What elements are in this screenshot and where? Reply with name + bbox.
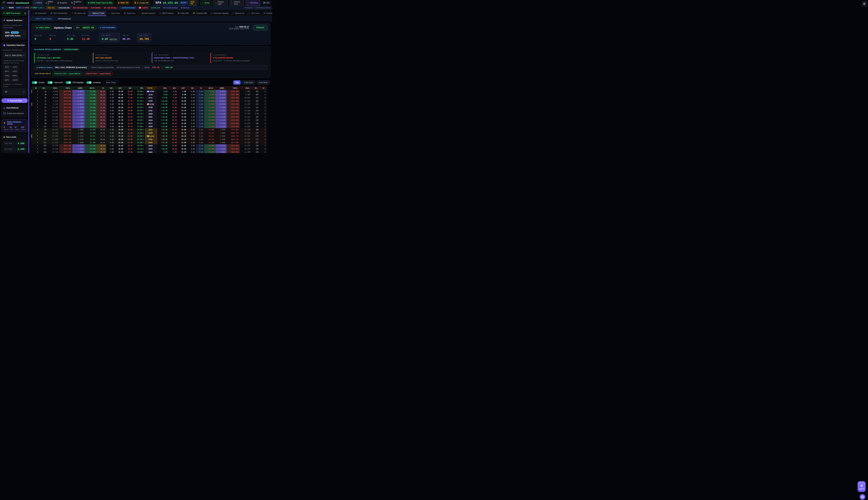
- toggle-switch[interactable]: [47, 81, 53, 84]
- tab-vol-skew-lab[interactable]: ↗Vol Skew Lab: [69, 10, 88, 16]
- table-row[interactable]: 0125-14.3426835.0801.286538.20059.5%0.00…: [32, 125, 267, 128]
- table-row[interactable]: 058-8.8206835.0800.801678.30084.2%0.0078…: [32, 90, 267, 93]
- dte-chip-8dte[interactable]: 8DTE: [11, 74, 19, 77]
- strikes-select[interactable]: 20 ▾: [3, 89, 26, 95]
- table-row[interactable]: 0153-13.4356835.0801.303023.40042.9%0.00…: [32, 141, 267, 144]
- col-header-call-theta[interactable]: THETA▴: [59, 87, 72, 90]
- col-header-put-oi[interactable]: OI▴: [260, 87, 267, 90]
- table-row[interactable]: 0436-11.7186835.0801.191615.50032.3%0.00…: [32, 150, 267, 153]
- col-header-call-delta[interactable]: DELTA▴: [85, 87, 97, 90]
- dte-chip-7dte[interactable]: 7DTE: [3, 74, 10, 77]
- toggle-greeks[interactable]: Greeks: [32, 81, 45, 84]
- dte-chip-2dte[interactable]: 2DTE: [11, 65, 19, 69]
- col-header-put-last[interactable]: LAST▴: [178, 87, 187, 90]
- theme-button-classic-light[interactable]: ☼Classic Light: [213, 0, 228, 6]
- card-title: Expiration Selection: [7, 44, 25, 46]
- tab-gex-dashboard[interactable]: ▥GEX Dashboard: [49, 10, 69, 16]
- tab-options-chain[interactable]: ∞Options Chain: [88, 11, 106, 16]
- toggle-volume-oi[interactable]: Volume/OI: [47, 81, 63, 84]
- tab-ai-command[interactable]: ◊AI Command: [31, 11, 48, 16]
- col-header-call-bid[interactable]: BID▴: [134, 87, 145, 90]
- dte-chip-1dte[interactable]: 1DTE: [3, 65, 10, 69]
- table-row[interactable]: 0271-12.5496835.0801.241518.00036.0%0.00…: [32, 147, 267, 150]
- col-header-call-vega[interactable]: VEGA▴: [48, 87, 59, 90]
- col-header-put-ask[interactable]: ASK▴: [169, 87, 178, 90]
- table-row[interactable]: 050-10.4196835.0800.887069.90081.5%0.006…: [32, 96, 267, 100]
- tab-vol-curve[interactable]: ∿Vol Curve: [247, 10, 261, 16]
- table-row[interactable]: 030-8.8206835.0800.833173.30083.2%0.0073…: [32, 93, 267, 96]
- col-header-put-delta[interactable]: DELTA▴: [204, 87, 215, 90]
- table-row[interactable]: 027-12.3816835.0801.040959.80075.6%0.005…: [32, 106, 267, 109]
- table-row[interactable]: 066-14.4966835.0801.230741.70064.9%0.004…: [32, 119, 267, 122]
- table-row[interactable]: 015-9.5196835.0800.951764.00079.2%0.0064…: [32, 100, 267, 103]
- product-tab-opex-x[interactable]: ▯OPEX-X: [44, 0, 55, 5]
- otm-idea-otm-put-buy-[interactable]: OTM PUT BUY — target 6785.08: [84, 71, 113, 76]
- table-row[interactable]: 052-13.3666835.0801.180048.50068.4%0.004…: [32, 115, 267, 118]
- col-header-call-chg[interactable]: CHG▴: [106, 87, 115, 90]
- col-header-put-chg[interactable]: CHG▴: [187, 87, 196, 90]
- symbol-select[interactable]: SPX INDICES S&P 500 Index ▾: [3, 30, 26, 38]
- view-button-puts-only[interactable]: Puts Only: [256, 80, 270, 84]
- table-row[interactable]: 081-12.7536835.0801.129152.10071.4%0.005…: [32, 112, 267, 115]
- col-header-put-gamma[interactable]: GAMMA▴: [215, 87, 227, 90]
- toggle-switch[interactable]: [66, 81, 71, 84]
- tab-portfolio-greeks[interactable]: ⊞Portfolio Greeks: [262, 10, 272, 16]
- table-row[interactable]: 033-13.8176835.0801.118353.30071.9%0.005…: [32, 109, 267, 112]
- theme-button-classic-dark[interactable]: ☾Classic Dark: [229, 0, 244, 6]
- product-tab-cryptex[interactable]: ₿CrypTex: [56, 0, 69, 5]
- dte-chip-10dte[interactable]: 10DTE: [11, 78, 19, 82]
- table-row[interactable]: 0478-12.7396835.0801.275220.40039.2%0.00…: [32, 144, 267, 147]
- tab-spot-price[interactable]: ∿Spot Price: [106, 10, 122, 16]
- toggle-heatmap[interactable]: Heatmap: [87, 81, 101, 84]
- refresh-data-button[interactable]: ⟲ Refresh Data: [1, 98, 28, 103]
- table-row[interactable]: 088-14.2416835.0801.306834.90056.4%0.003…: [32, 128, 267, 132]
- home-button[interactable]: ⌂ Home: [200, 1, 212, 5]
- checkbox[interactable]: [3, 112, 5, 114]
- tab-spread-viz[interactable]: ⋎Spread Viz: [231, 10, 246, 16]
- theme-button-moonboy[interactable]: ☾Moonboy: [245, 0, 260, 6]
- show-filters-button[interactable]: Show Filters: [103, 80, 118, 84]
- col-header-call-oi[interactable]: OI▴: [32, 87, 39, 90]
- table-row[interactable]: 016-8.2186835.0800.985957.70077.9%0.0057…: [32, 103, 267, 106]
- toggle-switch[interactable]: [32, 81, 37, 84]
- product-tab-opex[interactable]: ≡OPEX: [33, 0, 44, 5]
- otm-idea-otm-call-buy[interactable]: OTM CALL BUY — target 6885.08: [53, 71, 82, 76]
- rest-toggle[interactable]: REST Off: [116, 1, 130, 5]
- enable-auto-refresh[interactable]: Enable Auto-Refresh: [3, 112, 26, 115]
- tab-mm-positions[interactable]: ◎MM Positions: [158, 10, 176, 16]
- primary-expiration-select[interactable]: Feb 17, 2026 (1DTE) ▾: [3, 52, 26, 58]
- refresh-button[interactable]: Refresh: [253, 25, 267, 30]
- col-header-call-iv[interactable]: IV▴: [97, 87, 106, 90]
- dte-chip-9dte[interactable]: 9DTE: [3, 78, 10, 82]
- product-tab-cryptex-x[interactable]: ⇅CrypTex-X: [69, 0, 84, 5]
- col-header-call-ask[interactable]: ASK▴: [124, 87, 134, 90]
- dte-chip-3dte[interactable]: 3DTE: [3, 70, 10, 73]
- col-header-strike[interactable]: STRIKE▴: [145, 87, 157, 90]
- tab-dominant-spread[interactable]: ⊚Dominant Spread: [209, 10, 230, 16]
- view-button-calls-only[interactable]: Calls Only: [242, 80, 255, 84]
- status-chip-alerts[interactable]: 48ALERTS: [138, 6, 149, 9]
- col-header-call-gamma[interactable]: GAMMA▴: [72, 87, 85, 90]
- col-header-put-vega[interactable]: VEGA▴: [240, 87, 251, 90]
- dte-chip-4dte[interactable]: 4DTE: [11, 70, 19, 73]
- table-row[interactable]: 0129-17.4826838.7501.546331.90054.5%0.00…: [32, 132, 267, 135]
- col-header-put-vol[interactable]: VOL▴: [251, 87, 260, 90]
- col-header-put-theta[interactable]: THETA▴: [227, 87, 240, 90]
- col-header-put-bid[interactable]: BID▴: [157, 87, 169, 90]
- toggle-switch[interactable]: [87, 81, 92, 84]
- tab-intraday-mm[interactable]: ⚡Intraday MM: [191, 10, 209, 16]
- tab-spread-scanner[interactable]: ◌Spread Scanner: [137, 11, 157, 16]
- col-header-put-iv[interactable]: IV▴: [196, 87, 204, 90]
- tab-dark-pool[interactable]: ◉Dark Pool: [122, 10, 137, 16]
- table-row[interactable]: 0320-17.0966838.7501.555026.10248.8%0.00…: [32, 138, 267, 141]
- view-button-all[interactable]: All: [233, 80, 241, 84]
- breadcrumb-home[interactable]: ⌂ OPEX Trader Home: [32, 17, 54, 21]
- col-header-call-vol[interactable]: VOL▴: [39, 87, 48, 90]
- table-row[interactable]: 090-13.9016835.0801.256241.80062.7%0.004…: [32, 122, 267, 125]
- tab-daily-mm[interactable]: ▦Daily MM: [176, 10, 191, 16]
- sidebar-scrollbar[interactable]: [28, 10, 29, 153]
- col-header-call-last[interactable]: LAST▴: [115, 87, 124, 90]
- crypto-toggle[interactable]: ₿ Crypto Off: [132, 1, 150, 5]
- toggle-itm-highlight[interactable]: ITM Highlight: [66, 81, 84, 84]
- table-row[interactable]: 0304-17.3856838.7501.554428.91151.7%0.00…: [32, 135, 267, 138]
